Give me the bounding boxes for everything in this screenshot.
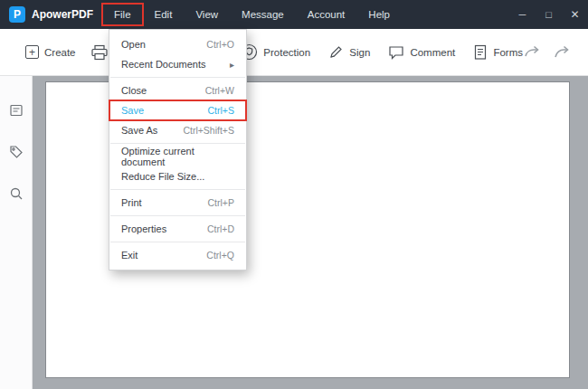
search-icon[interactable] <box>9 186 24 204</box>
form-document-icon <box>473 44 488 61</box>
menu-item-shortcut: Ctrl+Shift+S <box>183 125 234 136</box>
menubar: File Edit View Message Account Help <box>102 0 402 29</box>
maximize-button[interactable]: □ <box>536 0 562 29</box>
menu-item-label: Open <box>121 39 146 50</box>
app-logo: P ApowerPDF <box>0 6 93 23</box>
menu-item-label: Close <box>121 85 147 96</box>
menu-item-reduce-file-size[interactable]: Reduce File Size... <box>109 166 246 186</box>
menu-item-label: Properties <box>121 223 166 234</box>
titlebar: P ApowerPDF File Edit View Message Accou… <box>0 0 588 29</box>
create-button[interactable]: + Create <box>25 45 76 59</box>
menu-item-close[interactable]: Close Ctrl+W <box>109 81 246 100</box>
content-area <box>0 76 588 389</box>
menu-item-optimize-current-document[interactable]: Optimize current document <box>109 147 246 166</box>
menu-separator <box>110 242 245 242</box>
comment-panel-icon[interactable] <box>9 103 24 121</box>
menu-separator <box>110 143 245 144</box>
menu-item-print[interactable]: Print Ctrl+P <box>109 193 246 213</box>
comment-button[interactable]: Comment <box>388 44 455 60</box>
menu-message[interactable]: Message <box>230 4 296 25</box>
close-button[interactable]: ✕ <box>562 0 588 29</box>
redo-arrow-icon[interactable] <box>553 45 572 60</box>
sign-button[interactable]: Sign <box>328 44 370 60</box>
menu-item-save-as[interactable]: Save As Ctrl+Shift+S <box>109 120 246 140</box>
menu-item-shortcut: Ctrl+P <box>208 197 234 208</box>
menu-item-save[interactable]: Save Ctrl+S <box>109 100 246 120</box>
menu-item-shortcut: Ctrl+S <box>208 105 234 116</box>
menu-item-shortcut: Ctrl+Q <box>206 250 234 261</box>
forms-button[interactable]: Forms <box>473 44 523 61</box>
print-icon[interactable] <box>90 44 109 61</box>
menu-item-label: Exit <box>121 250 138 261</box>
menu-item-label: Save <box>121 105 144 116</box>
chevron-right-icon: ▸ <box>230 60 234 70</box>
minimize-button[interactable]: ─ <box>509 0 536 29</box>
menu-help[interactable]: Help <box>356 4 402 25</box>
menu-file[interactable]: File <box>102 4 143 25</box>
sign-label: Sign <box>349 47 370 58</box>
pen-icon <box>328 44 344 60</box>
menu-edit[interactable]: Edit <box>143 4 185 25</box>
history-arrows <box>523 45 572 60</box>
menu-item-shortcut: Ctrl+D <box>207 223 234 234</box>
menu-item-shortcut: Ctrl+O <box>206 39 234 50</box>
menu-separator <box>110 215 245 216</box>
menu-item-label: Save As <box>121 125 157 136</box>
protection-button[interactable]: Protection <box>241 43 310 61</box>
protection-label: Protection <box>263 47 310 58</box>
create-label: Create <box>44 47 76 58</box>
menu-item-label: Optimize current document <box>121 146 234 167</box>
menu-account[interactable]: Account <box>296 4 357 25</box>
menu-item-label: Print <box>121 197 142 208</box>
create-plus-icon: + <box>25 45 39 59</box>
left-sidebar <box>0 76 33 389</box>
menu-separator <box>110 77 245 78</box>
menu-item-exit[interactable]: Exit Ctrl+Q <box>109 245 246 265</box>
comment-label: Comment <box>410 47 455 58</box>
menu-item-recent-documents[interactable]: Recent Documents ▸ <box>109 54 246 74</box>
menu-item-shortcut: Ctrl+W <box>205 85 234 96</box>
forms-label: Forms <box>493 47 523 58</box>
app-name: ApowerPDF <box>32 8 93 21</box>
menu-item-properties[interactable]: Properties Ctrl+D <box>109 219 246 239</box>
tag-icon[interactable] <box>9 145 24 163</box>
speech-bubble-icon <box>388 44 404 60</box>
undo-arrow-icon[interactable] <box>523 45 542 60</box>
apowerpdf-logo-icon: P <box>9 6 25 23</box>
file-menu-dropdown: Open Ctrl+O Recent Documents ▸ Close Ctr… <box>109 29 247 270</box>
window-controls: ─ □ ✕ <box>509 0 588 29</box>
apowerpdf-window: P ApowerPDF File Edit View Message Accou… <box>0 0 588 389</box>
menu-view[interactable]: View <box>184 4 230 25</box>
menu-item-open[interactable]: Open Ctrl+O <box>109 34 246 54</box>
menu-separator <box>110 189 245 190</box>
menu-item-label: Reduce File Size... <box>121 171 204 182</box>
toolbar: + Create Protection <box>0 29 588 76</box>
menu-item-label: Recent Documents <box>121 59 206 70</box>
